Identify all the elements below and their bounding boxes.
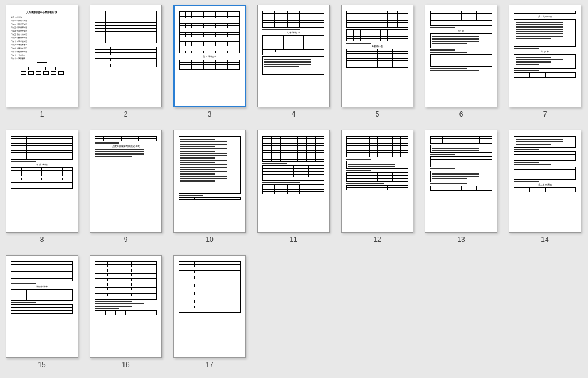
heading: 人 事 登 记 表 [262,31,324,34]
page-thumb-12[interactable] [341,130,413,233]
table [514,187,576,192]
heading: 员工离职申请 [514,15,576,18]
toc-line: 目录五·绩效考核制度 [11,33,48,36]
table [262,165,324,181]
table [11,261,73,281]
table [11,289,73,301]
page-thumb-2[interactable] [90,5,162,107]
table [430,156,492,167]
toc-line: 目录十二·离职管理 [11,57,36,60]
page-wrap-1: 人力资源管理中心常用表格与制度 前言·人力资源 目录一·工作规程制度 目录二·考… [6,5,78,118]
page-thumb-3[interactable]: 员 工 登 记 表 [173,5,246,107]
page-wrap-2: 2 [90,5,162,118]
toc-line: 目录七·员工手册制度 [11,40,48,43]
table [346,49,408,68]
table [11,167,73,189]
page-wrap-8: 年 度 考 核 8 [6,130,78,244]
table [346,172,408,182]
text-box [430,145,492,153]
heading: 月度工资核算与发放记录表 [95,145,157,148]
heading: 员工奖惩通知 [514,183,576,186]
table [346,185,408,190]
page-number: 15 [38,361,45,369]
table [430,11,492,26]
toc-line: 目录一·工作规程制度 [11,20,48,22]
text-box [430,33,492,48]
page-wrap-3: 员 工 登 记 表 3 [173,5,246,118]
page-wrap-15: 请假申请单 15 [6,255,78,369]
page-number: 17 [206,361,213,369]
text-box [179,136,241,194]
table [179,60,240,70]
page-number: 3 [208,110,212,118]
toc-line: 目录六·薪酬管理制度 [11,37,48,39]
org-chart [11,62,73,75]
table [262,136,324,162]
page-thumb-10[interactable] [173,130,246,233]
table [262,35,324,55]
table [262,11,324,28]
page-thumb-17[interactable] [173,255,246,358]
toc-line: 目录十·奖惩管理制度 [11,51,48,53]
table-caption: 员 工 登 记 表 [179,55,240,58]
page-thumb-15[interactable]: 请假申请单 [6,255,78,358]
page-wrap-7: 员工离职申请 离 职 单 7 [509,5,581,118]
page-thumb-1[interactable]: 人力资源管理中心常用表格与制度 前言·人力资源 目录一·工作规程制度 目录二·考… [6,5,78,107]
page-number: 14 [541,236,548,244]
page-wrap-14: 员工奖惩通知 14 [509,130,581,244]
table [430,186,492,191]
toc-line: 目录九·人事调配管理 [11,47,36,49]
page-wrap-10: 10 [173,130,246,244]
page-title: 人力资源管理中心常用表格与制度 [26,11,57,14]
page-thumb-9[interactable]: 月度工资核算与发放记录表 [90,130,162,233]
page-wrap-17: 17 [173,255,246,369]
page-number: 13 [457,236,465,244]
page-number: 2 [124,110,128,118]
text-box [514,54,576,69]
table [430,54,492,67]
text-box [514,19,576,47]
table [11,136,73,160]
page-number: 9 [124,236,128,244]
heading: 请假申请单 [11,285,73,288]
text-box [262,56,324,75]
table [95,11,157,43]
toc-line: 前言·人力资源 [11,16,36,18]
page-number: 5 [376,110,380,118]
table [179,11,240,53]
page-thumb-8[interactable]: 年 度 考 核 [6,130,78,233]
page-thumb-7[interactable]: 员工离职申请 离 职 单 [509,5,581,107]
table [346,136,408,157]
page-number: 6 [459,110,463,118]
table [179,261,241,313]
page-wrap-5: 考勤统计表 5 [341,5,413,118]
page-thumb-5[interactable]: 考勤统计表 [341,5,413,107]
text-box [346,161,408,169]
table [346,11,408,28]
table [11,304,73,314]
table [95,136,157,141]
page-wrap-6: 申 请 6 [425,5,497,118]
page-thumb-6[interactable]: 申 请 [425,5,497,107]
table [95,261,157,300]
page-wrap-9: 月度工资核算与发放记录表 9 [90,130,162,244]
toc-line: 目录三·招聘管理制度 [11,26,48,29]
heading: 申 请 [430,29,492,32]
page-thumb-13[interactable] [425,130,497,233]
page-number: 4 [292,110,296,118]
table [430,136,492,144]
sub-heading: 离 职 单 [514,50,576,53]
page-number: 12 [373,236,381,244]
table [262,184,324,194]
page-thumb-14[interactable]: 员工奖惩通知 [509,130,581,233]
page-wrap-11: 11 [257,130,330,244]
page-number: 10 [206,236,213,244]
thumbnail-grid: 人力资源管理中心常用表格与制度 前言·人力资源 目录一·工作规程制度 目录二·考… [0,0,588,373]
page-number: 7 [543,110,547,118]
toc-line: 目录八·人事档案管理 [11,44,48,46]
text-box [430,171,492,182]
table [514,151,576,161]
page-thumb-11[interactable] [257,130,330,233]
page-thumb-4[interactable]: 人 事 登 记 表 [257,5,330,107]
page-thumb-16[interactable] [90,255,162,358]
